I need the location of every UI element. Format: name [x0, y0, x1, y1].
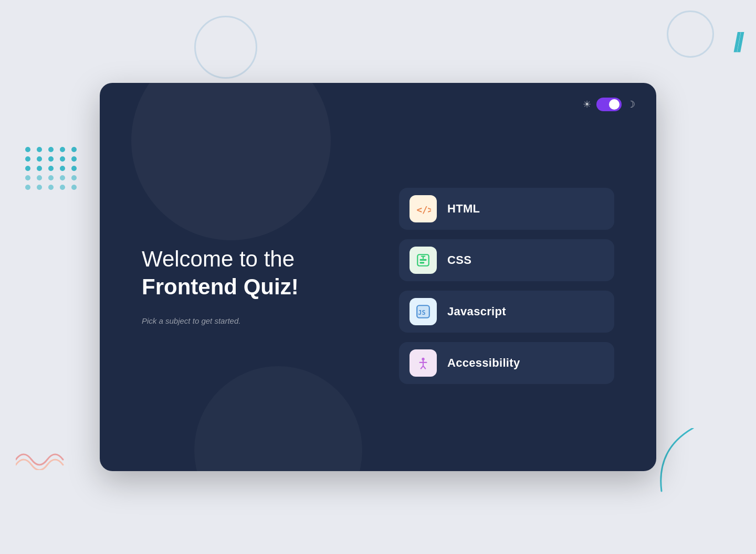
deco-quotes-tr: //: [733, 29, 740, 56]
welcome-text: Welcome to the Frontend Quiz!: [142, 247, 357, 300]
deco-circle-tr: [667, 10, 714, 58]
js-icon-wrapper: JS: [410, 298, 437, 325]
theme-toggle[interactable]: [596, 98, 622, 111]
sun-icon: ☀: [583, 99, 591, 110]
quiz-options-list: </> HTML CSS: [399, 188, 614, 384]
theme-toggle-area: ☀ ☽: [583, 98, 635, 111]
toggle-thumb: [609, 99, 620, 110]
svg-rect-2: [420, 259, 427, 261]
accessibility-label: Accessibility: [447, 356, 520, 370]
card-header: ☀ ☽: [100, 83, 656, 111]
accessibility-icon-wrapper: [410, 349, 437, 377]
html-icon: </>: [415, 201, 431, 217]
svg-text:JS: JS: [418, 309, 425, 316]
css-label: CSS: [447, 253, 471, 267]
card-body: Welcome to the Frontend Quiz! Pick a sub…: [100, 111, 656, 471]
css-icon: [415, 252, 431, 268]
js-icon: JS: [415, 304, 431, 319]
deco-circle-tl: [194, 16, 257, 79]
svg-line-11: [423, 366, 425, 368]
welcome-line1: Welcome to the: [142, 247, 357, 272]
deco-dots: [25, 147, 79, 190]
javascript-label: Javascript: [447, 305, 506, 318]
quiz-option-css[interactable]: CSS: [399, 239, 614, 281]
welcome-line2: Frontend Quiz!: [142, 274, 357, 300]
subtitle: Pick a subject to get started.: [142, 316, 357, 325]
css-icon-wrapper: [410, 247, 437, 274]
accessibility-icon: [415, 355, 431, 371]
quiz-option-accessibility[interactable]: Accessibility: [399, 342, 614, 384]
deco-curve-br: [651, 428, 714, 502]
svg-text:</>: </>: [417, 205, 432, 215]
quiz-option-javascript[interactable]: JS Javascript: [399, 291, 614, 333]
html-label: HTML: [447, 202, 480, 216]
html-icon-wrapper: </>: [410, 195, 437, 222]
quiz-card: ☀ ☽ Welcome to the Frontend Quiz! Pick a…: [100, 83, 656, 471]
quiz-option-html[interactable]: </> HTML: [399, 188, 614, 230]
left-section: Welcome to the Frontend Quiz! Pick a sub…: [142, 247, 357, 325]
deco-wave-bl: [16, 444, 68, 470]
moon-icon: ☽: [627, 99, 635, 110]
svg-rect-3: [420, 262, 425, 263]
